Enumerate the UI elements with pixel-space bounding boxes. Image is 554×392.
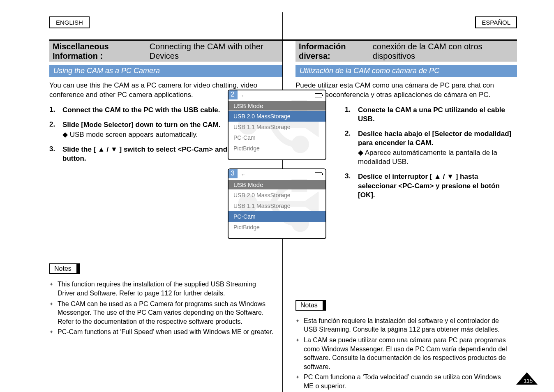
- usb-icon: [241, 171, 246, 178]
- menu-item[interactable]: USB 2.0 MassStorage: [229, 111, 325, 122]
- header-main-left: Miscellaneous Information :: [53, 42, 150, 61]
- device-screen-3: 3 USB Mode USB 2.0 MassStorage USB 1.1 M…: [228, 168, 326, 239]
- subsection-bar-right: Utilización de la CAM como cámara de PC: [295, 65, 517, 77]
- lang-label-left: ENGLISH: [49, 16, 90, 28]
- notes-label-left: Notes: [49, 263, 80, 274]
- header-sub-left: Connecting the CAM with other Devices: [150, 42, 279, 61]
- page-number: 115: [524, 378, 533, 384]
- step: 1. Conecte la CAM a una PC utilizando el…: [345, 106, 515, 124]
- usb-icon: [241, 92, 246, 99]
- menu-item[interactable]: USB 1.1 MassStorage: [229, 201, 325, 211]
- screen-title: USB Mode: [229, 101, 325, 111]
- header-main-right: Información diversa:: [299, 42, 373, 61]
- menu-item[interactable]: USB 1.1 MassStorage: [229, 122, 325, 132]
- screen-topbar: [229, 169, 325, 179]
- step: 3. Deslice el interruptor [ ▲ / ▼ ] hast…: [345, 172, 515, 199]
- notes-label-right: Notas: [295, 300, 326, 311]
- screen-step-number: 3: [228, 168, 238, 178]
- lang-label-right: ESPAÑOL: [475, 16, 517, 28]
- note-item: PC Cam funciona a ‘Toda velocidad’ cuand…: [295, 373, 509, 390]
- screen-step-number: 2: [228, 90, 238, 99]
- notes-list-right: Esta función requiere la instalación del…: [295, 316, 517, 391]
- device-screens: 2 USB Mode USB 2.0 MassStorage USB 1.1 M…: [228, 90, 326, 247]
- note-item: La CAM se puede utilizar como una cámara…: [295, 336, 509, 371]
- section-header-right: Información diversa: conexión de la CAM …: [295, 41, 517, 62]
- screen-title: USB Mode: [229, 180, 325, 189]
- note-item: Esta función requiere la instalación del…: [295, 316, 509, 334]
- menu-item[interactable]: PictBridge: [229, 143, 325, 154]
- menu-item[interactable]: PC-Cam: [229, 211, 325, 222]
- intro-right: Puede utilizar esta CAM como una cámara …: [295, 81, 517, 100]
- menu-item[interactable]: USB 2.0 MassStorage: [229, 190, 325, 201]
- screen-topbar: [229, 90, 325, 100]
- note-item: The CAM can be used as a PC Camera for p…: [49, 300, 274, 326]
- notes-list-left: This function requires the installation …: [49, 280, 282, 337]
- step: 2. Deslice hacia abajo el [Selector de m…: [345, 129, 515, 166]
- header-sub-right: conexión de la CAM con otros dispositivo…: [373, 42, 514, 61]
- battery-icon: [315, 93, 322, 97]
- note-item: PC-Cam functions at ‘Full Speed’ when us…: [49, 327, 274, 337]
- subsection-bar-left: Using the CAM as a PC Camera: [49, 65, 282, 77]
- menu-list: USB 2.0 MassStorage USB 1.1 MassStorage …: [229, 190, 325, 238]
- battery-icon: [315, 172, 322, 176]
- device-screen-2: 2 USB Mode USB 2.0 MassStorage USB 1.1 M…: [228, 90, 326, 160]
- steps-right: 1. Conecte la CAM a una PC utilizando el…: [295, 106, 517, 205]
- menu-item[interactable]: PC-Cam: [229, 132, 325, 143]
- note-item: This function requires the installation …: [49, 280, 274, 297]
- menu-list: USB 2.0 MassStorage USB 1.1 MassStorage …: [229, 111, 325, 159]
- menu-item[interactable]: PictBridge: [229, 222, 325, 233]
- section-header-left: Miscellaneous Information : Connecting t…: [49, 41, 282, 62]
